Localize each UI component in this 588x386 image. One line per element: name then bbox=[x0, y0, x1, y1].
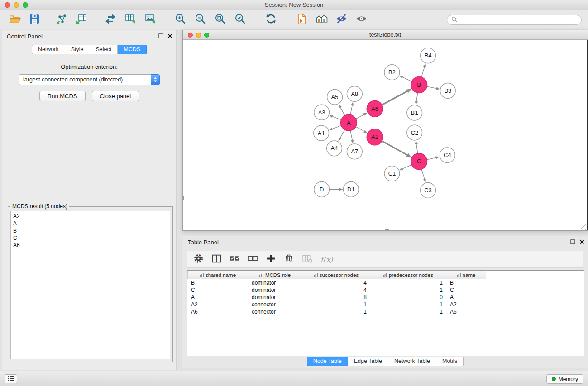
memory-button[interactable]: Memory bbox=[546, 374, 583, 384]
column-header-successor-nodes[interactable]: successor nodes bbox=[302, 271, 370, 279]
close-table-panel-icon[interactable] bbox=[579, 239, 584, 246]
table-row[interactable]: A6connector11A6 bbox=[187, 308, 584, 315]
network-canvas[interactable]: B4B2BB3A8A5A6A3B1AC2A1A2A4A7C4CC1C3DD1 bbox=[183, 40, 588, 230]
float-panel-icon[interactable] bbox=[158, 33, 163, 40]
table-row[interactable]: A2connector11A2 bbox=[187, 301, 584, 308]
graph-edge-A-A7[interactable] bbox=[350, 131, 352, 140]
graph-edge-A-A5[interactable] bbox=[340, 107, 345, 115]
delete-column-button[interactable] bbox=[283, 254, 294, 265]
graph-edge-B-B2[interactable] bbox=[402, 77, 411, 81]
table-row[interactable]: Adominator80A bbox=[187, 294, 584, 301]
zoom-selected-button[interactable] bbox=[232, 12, 248, 28]
network-close-icon[interactable] bbox=[188, 33, 193, 38]
delete-table-button[interactable] bbox=[301, 254, 312, 265]
node-table: shared nameMCDS rolesuccessor nodesprede… bbox=[187, 270, 584, 356]
control-tab-select[interactable]: Select bbox=[90, 45, 118, 54]
column-header-MCDS-role[interactable]: MCDS role bbox=[248, 271, 302, 279]
show-details-button[interactable] bbox=[353, 12, 369, 28]
zoom-out-button[interactable] bbox=[192, 12, 208, 28]
graph-edge-A-A1[interactable] bbox=[332, 125, 341, 129]
control-tab-mcds[interactable]: MCDS bbox=[118, 45, 147, 54]
export-network-button[interactable] bbox=[102, 12, 119, 28]
float-table-panel-icon[interactable] bbox=[570, 239, 575, 246]
zoom-window-icon[interactable] bbox=[23, 2, 28, 8]
zoom-in-icon bbox=[174, 13, 186, 27]
edge-arrowhead-icon bbox=[415, 101, 418, 105]
task-history-button[interactable] bbox=[5, 374, 17, 383]
close-panel-button[interactable]: Close panel bbox=[92, 91, 139, 101]
control-tab-network[interactable]: Network bbox=[32, 45, 65, 54]
graph-edge-C-C2[interactable] bbox=[416, 144, 418, 153]
refresh-layout-button[interactable] bbox=[263, 12, 279, 28]
table-cell: 1 bbox=[302, 308, 370, 315]
graph-node-label: A1 bbox=[318, 130, 325, 137]
zoom-fit-button[interactable] bbox=[212, 12, 228, 28]
export-image-button[interactable] bbox=[142, 12, 158, 28]
deselect-all-columns-button[interactable] bbox=[247, 254, 258, 265]
function-builder-button[interactable]: f(x) bbox=[320, 255, 333, 264]
open-session-button[interactable] bbox=[6, 12, 23, 28]
export-table-button[interactable] bbox=[122, 12, 139, 28]
select-all-columns-button[interactable] bbox=[229, 254, 240, 265]
graph-node-label: A2 bbox=[371, 133, 378, 140]
graph-edge-C-C3[interactable] bbox=[421, 169, 425, 179]
graph-node-label: A3 bbox=[318, 109, 325, 116]
table-cell: 1 bbox=[370, 286, 446, 294]
memory-status-icon bbox=[552, 377, 556, 381]
close-panel-icon[interactable] bbox=[167, 33, 172, 40]
table-row[interactable]: Bdominator41B bbox=[187, 279, 584, 286]
mcds-result-item[interactable]: C bbox=[13, 234, 167, 242]
table-tab-node-table[interactable]: Node Table bbox=[307, 357, 348, 366]
table-tab-network-table[interactable]: Network Table bbox=[388, 357, 436, 366]
graph-edge-A-A2[interactable] bbox=[356, 127, 364, 131]
minimize-window-icon[interactable] bbox=[14, 2, 19, 8]
zoom-fit-icon bbox=[214, 13, 226, 27]
graph-edge-B-B4[interactable] bbox=[421, 67, 425, 77]
close-window-icon[interactable] bbox=[5, 2, 10, 8]
table-tab-edge-table[interactable]: Edge Table bbox=[348, 357, 388, 366]
column-header-name[interactable]: name bbox=[446, 271, 486, 279]
show-columns-button[interactable] bbox=[211, 254, 222, 265]
table-tab-motifs[interactable]: Motifs bbox=[436, 357, 464, 366]
resize-grip-icon[interactable] bbox=[581, 224, 587, 230]
graph-edge-A-A6[interactable] bbox=[356, 114, 364, 119]
graph-edge-C-C1[interactable] bbox=[403, 165, 412, 169]
mcds-result-list[interactable]: A2ABCA6 bbox=[10, 211, 170, 359]
graph-edge-A-A3[interactable] bbox=[333, 117, 341, 120]
hide-details-button[interactable] bbox=[333, 12, 349, 28]
mcds-result-item[interactable]: A6 bbox=[13, 242, 167, 249]
control-panel-title: Control Panel bbox=[7, 33, 43, 40]
table-row[interactable]: Cdominator41C bbox=[187, 286, 584, 294]
search-input[interactable] bbox=[459, 17, 577, 23]
window-titlebar: Session: New Session bbox=[0, 0, 588, 10]
show-networks-button[interactable] bbox=[313, 12, 330, 28]
toolbar-search-field[interactable] bbox=[447, 15, 582, 25]
column-header-predecessor-nodes[interactable]: predecessor nodes bbox=[370, 271, 446, 279]
graph-edge-A-A4[interactable] bbox=[340, 130, 344, 138]
graph-edge-B-B3[interactable] bbox=[427, 86, 436, 88]
graph-edge-B-B1[interactable] bbox=[416, 93, 418, 101]
network-graph-svg[interactable]: B4B2BB3A8A5A6A3B1AC2A1A2A4A7C4CC1C3DD1 bbox=[183, 40, 587, 230]
mcds-result-item[interactable]: A2 bbox=[13, 213, 167, 220]
open-document-button[interactable] bbox=[293, 12, 310, 28]
table-settings-button[interactable] bbox=[193, 254, 204, 265]
control-tab-style[interactable]: Style bbox=[65, 45, 90, 54]
graph-edge-A-A8[interactable] bbox=[350, 105, 352, 115]
import-table-button[interactable] bbox=[73, 12, 90, 28]
dropdown-stepper-icon bbox=[151, 74, 160, 85]
column-header-shared-name[interactable]: shared name bbox=[187, 271, 248, 279]
criterion-dropdown[interactable]: largest connected component (directed) bbox=[19, 74, 160, 85]
network-zoom-icon[interactable] bbox=[204, 33, 209, 38]
zoom-in-button[interactable] bbox=[172, 12, 188, 28]
graph-edge-C-C4[interactable] bbox=[427, 157, 436, 159]
save-session-button[interactable] bbox=[26, 12, 43, 28]
graph-edge-A6-B[interactable] bbox=[382, 91, 407, 105]
run-mcds-button[interactable]: Run MCDS bbox=[39, 91, 86, 101]
mcds-result-item[interactable]: B bbox=[13, 227, 167, 234]
table-cell: 4 bbox=[302, 279, 370, 286]
graph-edge-A2-C[interactable] bbox=[382, 141, 407, 155]
create-column-button[interactable] bbox=[265, 254, 276, 265]
network-minimize-icon[interactable] bbox=[196, 33, 201, 38]
mcds-result-item[interactable]: A bbox=[13, 220, 167, 227]
import-network-button[interactable] bbox=[53, 12, 70, 28]
